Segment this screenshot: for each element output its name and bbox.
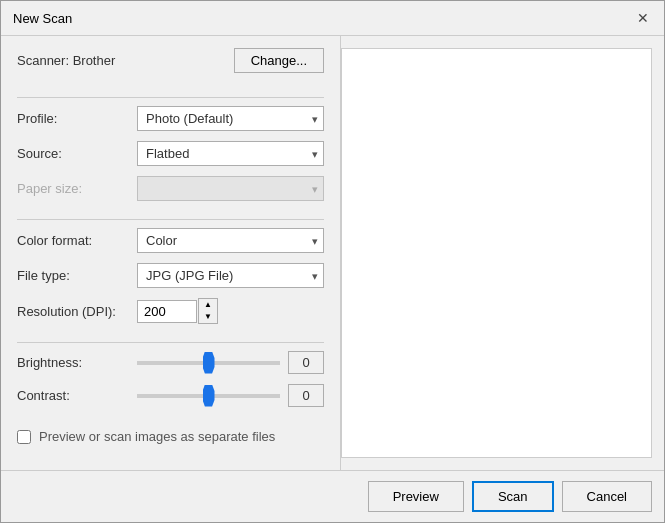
scan-button[interactable]: Scan xyxy=(472,481,554,512)
close-button[interactable]: ✕ xyxy=(634,9,652,27)
resolution-up-button[interactable]: ▲ xyxy=(199,299,217,311)
profile-row: Profile: Photo (Default) Documents Custo… xyxy=(17,106,324,131)
separator-3 xyxy=(17,342,324,343)
resolution-spinner: ▲ ▼ xyxy=(198,298,218,324)
paper-size-select-wrapper xyxy=(137,176,324,201)
color-format-row: Color format: Color Grayscale Black and … xyxy=(17,228,324,253)
checkbox-row: Preview or scan images as separate files xyxy=(17,429,324,444)
file-type-row: File type: JPG (JPG File) BMP (Bitmap Im… xyxy=(17,263,324,288)
color-format-select-wrapper: Color Grayscale Black and White xyxy=(137,228,324,253)
contrast-value: 0 xyxy=(288,384,324,407)
file-type-select[interactable]: JPG (JPG File) BMP (Bitmap Image) PNG (P… xyxy=(137,263,324,288)
paper-size-label: Paper size: xyxy=(17,181,137,196)
resolution-down-button[interactable]: ▼ xyxy=(199,311,217,323)
change-button[interactable]: Change... xyxy=(234,48,324,73)
resolution-wrapper: ▲ ▼ xyxy=(137,298,218,324)
dialog-title: New Scan xyxy=(13,11,72,26)
separator-1 xyxy=(17,97,324,98)
file-type-label: File type: xyxy=(17,268,137,283)
brightness-row: Brightness: 0 xyxy=(17,351,324,374)
source-row: Source: Flatbed Feeder (Scan one side) F… xyxy=(17,141,324,166)
paper-size-row: Paper size: xyxy=(17,176,324,201)
left-panel: Scanner: Brother Change... Profile: Phot… xyxy=(1,36,341,470)
file-type-select-wrapper: JPG (JPG File) BMP (Bitmap Image) PNG (P… xyxy=(137,263,324,288)
paper-size-select[interactable] xyxy=(137,176,324,201)
preview-button[interactable]: Preview xyxy=(368,481,464,512)
contrast-track[interactable] xyxy=(137,394,280,398)
profile-label: Profile: xyxy=(17,111,137,126)
scanner-row: Scanner: Brother Change... xyxy=(17,48,324,73)
cancel-button[interactable]: Cancel xyxy=(562,481,652,512)
source-select[interactable]: Flatbed Feeder (Scan one side) Feeder (S… xyxy=(137,141,324,166)
scanner-label: Scanner: Brother xyxy=(17,53,115,68)
contrast-thumb[interactable] xyxy=(203,385,215,407)
title-bar: New Scan ✕ xyxy=(1,1,664,36)
resolution-input[interactable] xyxy=(137,300,197,323)
checkbox-label: Preview or scan images as separate files xyxy=(39,429,275,444)
source-label: Source: xyxy=(17,146,137,161)
profile-select[interactable]: Photo (Default) Documents Custom xyxy=(137,106,324,131)
profile-select-wrapper: Photo (Default) Documents Custom xyxy=(137,106,324,131)
preview-panel xyxy=(341,48,652,458)
bottom-bar: Preview Scan Cancel xyxy=(1,470,664,522)
new-scan-dialog: New Scan ✕ Scanner: Brother Change... Pr… xyxy=(0,0,665,523)
brightness-value: 0 xyxy=(288,351,324,374)
brightness-thumb[interactable] xyxy=(203,352,215,374)
brightness-label: Brightness: xyxy=(17,355,137,370)
contrast-row: Contrast: 0 xyxy=(17,384,324,407)
resolution-label: Resolution (DPI): xyxy=(17,304,137,319)
dialog-content: Scanner: Brother Change... Profile: Phot… xyxy=(1,36,664,470)
brightness-track[interactable] xyxy=(137,361,280,365)
resolution-row: Resolution (DPI): ▲ ▼ xyxy=(17,298,324,324)
color-format-select[interactable]: Color Grayscale Black and White xyxy=(137,228,324,253)
separate-files-checkbox[interactable] xyxy=(17,430,31,444)
color-format-label: Color format: xyxy=(17,233,137,248)
separator-2 xyxy=(17,219,324,220)
source-select-wrapper: Flatbed Feeder (Scan one side) Feeder (S… xyxy=(137,141,324,166)
contrast-label: Contrast: xyxy=(17,388,137,403)
